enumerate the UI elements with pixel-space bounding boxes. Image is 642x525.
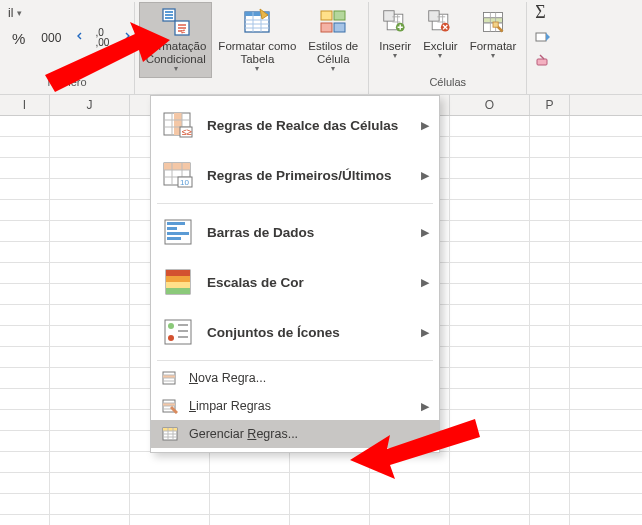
svg-rect-46 [178,336,188,338]
ribbon-group-editing: Σ [527,2,555,94]
format-icon [477,6,509,38]
svg-rect-32 [167,222,185,225]
autosum-button[interactable]: Σ [535,2,545,23]
fill-icon[interactable] [535,29,551,47]
cell-styles-button[interactable]: Estilos de Célula ▾ [302,2,364,78]
menu-data-bars[interactable]: Barras de Dados ▶ [151,207,439,257]
clear-icon[interactable] [535,53,551,71]
ribbon-group-label-cells: Células [429,76,466,92]
menu-label: Regras de Realce das Células [207,118,421,133]
menu-manage-rules[interactable]: Gerenciar Regras... [151,420,439,448]
chevron-down-icon: ▾ [174,64,178,73]
number-format-dropdown[interactable]: il [8,6,13,20]
submenu-arrow-icon: ▶ [421,226,429,239]
icon-sets-icon [161,315,195,349]
menu-new-rule[interactable]: Nova Regra... [151,364,439,392]
menu-clear-rules[interactable]: Limpar Regras ▶ [151,392,439,420]
svg-rect-28 [164,163,190,170]
svg-rect-37 [166,270,190,276]
svg-text:≠: ≠ [181,27,186,36]
new-rule-icon [161,369,179,387]
insert-icon [379,6,411,38]
color-scales-icon [161,265,195,299]
thousand-sep-button[interactable]: 000 [37,28,65,48]
svg-rect-22 [537,59,547,65]
svg-rect-1 [165,11,173,13]
increase-decimal-button[interactable]: ,0,00 [73,25,113,51]
svg-rect-33 [167,227,177,230]
menu-label: Nova Regra... [189,371,429,385]
column-header[interactable]: P [530,95,570,115]
ribbon-group-label-number: Número [47,76,86,92]
cond-format-icon: ≠ [160,6,192,38]
menu-label: Gerenciar Regras... [189,427,429,441]
svg-rect-2 [165,14,173,16]
submenu-arrow-icon: ▶ [421,400,429,413]
percent-button[interactable]: % [8,27,29,50]
column-header[interactable]: I [0,95,50,115]
submenu-arrow-icon: ▶ [421,326,429,339]
svg-rect-8 [321,11,332,20]
menu-top-bottom-rules[interactable]: 10 Regras de Primeiros/Últimos ▶ [151,150,439,200]
svg-rect-39 [166,282,190,288]
clear-rules-icon [161,397,179,415]
cond-format-label: Formatação Condicional [145,40,206,66]
menu-label: Barras de Dados [207,225,421,240]
menu-separator [157,203,433,204]
svg-rect-21 [536,33,546,41]
menu-color-scales[interactable]: Escalas de Cor ▶ [151,257,439,307]
svg-point-43 [168,335,174,341]
menu-highlight-cells[interactable]: ≤≥ Regras de Realce das Células ▶ [151,100,439,150]
svg-rect-11 [334,23,345,32]
menu-label: Escalas de Cor [207,275,421,290]
svg-rect-10 [321,23,332,32]
chevron-down-icon: ▾ [491,51,495,60]
cell-styles-label: Estilos de Célula [308,40,358,66]
conditional-formatting-button[interactable]: ≠ Formatação Condicional ▾ [139,2,212,78]
svg-rect-38 [166,276,190,282]
delete-icon [424,6,456,38]
ribbon-group-number: il ▾ % 000 ,0,00 ,00,0 Número [0,2,135,94]
menu-separator [157,360,433,361]
svg-rect-13 [384,11,394,21]
ribbon-group-label-styles [250,78,253,94]
highlight-cells-icon: ≤≥ [161,108,195,142]
column-header[interactable]: J [50,95,130,115]
svg-text:≤≥: ≤≥ [182,127,192,137]
menu-label: Conjuntos de Ícones [207,325,421,340]
menu-icon-sets[interactable]: Conjuntos de Ícones ▶ [151,307,439,357]
svg-rect-40 [166,288,190,294]
svg-rect-16 [429,11,439,21]
delete-cells-button[interactable]: Excluir ▾ [417,2,464,64]
svg-rect-3 [165,17,173,19]
svg-rect-20 [493,22,498,27]
svg-rect-44 [178,324,188,326]
menu-label: Regras de Primeiros/Últimos [207,168,421,183]
submenu-arrow-icon: ▶ [421,119,429,132]
insert-cells-button[interactable]: Inserir ▾ [373,2,417,64]
chevron-down-icon: ▾ [331,64,335,73]
top-bottom-icon: 10 [161,158,195,192]
menu-label: Limpar Regras [189,399,421,413]
table-icon [241,6,273,38]
svg-rect-35 [167,237,181,240]
data-bars-icon [161,215,195,249]
submenu-arrow-icon: ▶ [421,276,429,289]
svg-rect-34 [167,232,189,235]
svg-text:10: 10 [180,178,189,187]
format-as-table-button[interactable]: Formatar como Tabela ▾ [212,2,302,78]
chevron-down-icon: ▾ [255,64,259,73]
chevron-down-icon[interactable]: ▾ [17,8,22,18]
svg-point-42 [168,323,174,329]
ribbon-group-cells: Inserir ▾ Excluir ▾ [369,2,527,94]
conditional-formatting-menu: ≤≥ Regras de Realce das Células ▶ 10 Reg… [150,95,440,453]
format-cells-button[interactable]: Formatar ▾ [464,2,523,64]
column-header[interactable]: O [450,95,530,115]
format-as-table-label: Formatar como Tabela [218,40,296,66]
svg-rect-45 [178,330,188,332]
manage-rules-icon [161,425,179,443]
ribbon-group-styles: ≠ Formatação Condicional ▾ Formatar como… [135,2,369,94]
svg-rect-9 [334,11,345,20]
chevron-down-icon: ▾ [393,51,397,60]
submenu-arrow-icon: ▶ [421,169,429,182]
